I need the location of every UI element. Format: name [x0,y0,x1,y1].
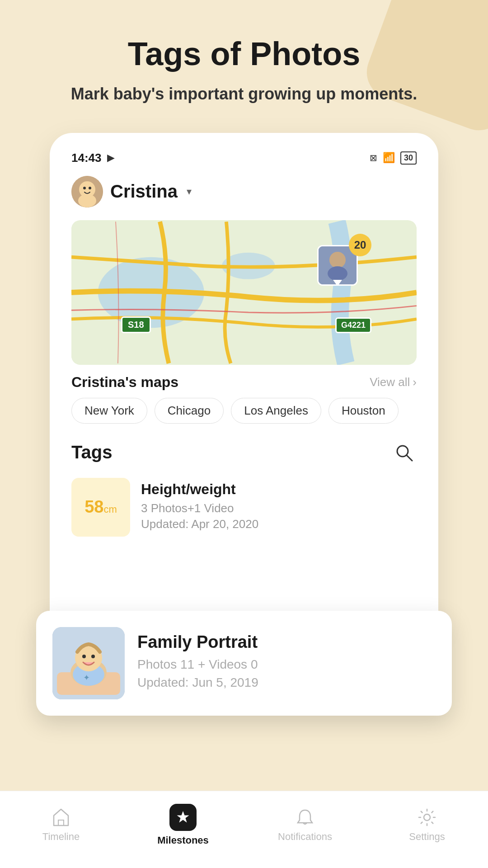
location-tag-chicago[interactable]: Chicago [155,398,224,424]
search-button[interactable] [391,440,417,465]
nav-label-settings: Settings [409,831,445,843]
nav-item-milestones[interactable]: Milestones [147,804,219,846]
family-portrait-meta1: Photos 11 + Videos 0 [137,657,258,672]
milestones-active-bg [169,804,197,831]
tags-header: Tags [71,440,417,465]
wifi-icon: 📶 [383,152,395,164]
tag-meta1-height-weight: 3 Photos+1 Video [141,501,258,515]
svg-point-3 [89,187,91,189]
profile-header[interactable]: Cristina ▾ [68,176,420,208]
svg-text:✦: ✦ [83,673,90,682]
family-portrait-meta2: Updated: Jun 5, 2019 [137,675,258,690]
tag-thumb-height-weight: 58cm [71,478,130,537]
svg-point-10 [328,266,347,281]
nav-label-milestones: Milestones [157,835,209,846]
svg-rect-31 [58,820,64,826]
nav-item-notifications[interactable]: Notifications [269,807,341,843]
svg-point-20 [91,655,95,658]
maps-section-title: Cristina's maps [71,374,178,391]
family-portrait-thumb: ✦ [52,627,125,699]
family-portrait-info: Family Portrait Photos 11 + Videos 0 Upd… [137,632,258,693]
svg-point-9 [329,252,346,268]
tag-info-height-weight: Height/weight 3 Photos+1 Video Updated: … [141,481,258,533]
status-bar: 14:43 ▶ ⊠ 📶 30 [68,151,420,165]
svg-point-19 [82,655,86,658]
nav-label-timeline: Timeline [42,831,80,843]
location-tags: New York Chicago Los Angeles Houston [71,398,417,424]
avatar [71,176,103,208]
phone-mockup: 14:43 ▶ ⊠ 📶 30 [50,133,438,638]
nav-label-notifications: Notifications [278,831,332,843]
map-section: 20 S18 G4221 Cristina's m [68,220,420,424]
svg-point-4 [78,194,96,208]
play-icon: ▶ [107,152,115,164]
svg-point-32 [424,814,430,821]
dropdown-arrow-icon[interactable]: ▾ [187,186,192,198]
location-tag-houston[interactable]: Houston [328,398,399,424]
view-all-link[interactable]: View all › [370,375,417,389]
profile-name: Cristina [110,181,178,202]
status-time: 14:43 [71,151,102,165]
svg-line-12 [407,455,412,461]
location-tag-new-york[interactable]: New York [71,398,147,424]
tag-item-height-weight[interactable]: 58cm Height/weight 3 Photos+1 Video Upda… [71,478,417,537]
tags-title: Tags [71,442,112,462]
tag-title-height-weight: Height/weight [141,481,258,498]
battery-icon: 30 [400,151,417,165]
chevron-right-icon: › [413,375,417,389]
page-title: Tags of Photos [128,36,361,72]
svg-point-2 [83,187,86,189]
status-icons: ⊠ 📶 30 [370,151,417,165]
maps-section-header: Cristina's maps View all › [71,374,417,391]
sim-icon: ⊠ [370,152,377,163]
road-sign-g4221: G4221 [335,317,371,333]
map-container[interactable]: 20 S18 G4221 [71,220,417,365]
page-subtitle: Mark baby's important growing up moments… [71,83,418,105]
nav-item-timeline[interactable]: Timeline [25,807,97,843]
bottom-navigation: Timeline Milestones Notifications Settin… [0,791,488,868]
family-portrait-card[interactable]: ✦ Family Portrait Photos 11 + Vide [36,611,452,716]
road-sign-s18: S18 [121,316,151,333]
tags-section: Tags 58cm [68,440,420,537]
family-portrait-title: Family Portrait [137,632,258,652]
map-badge-count: 20 [349,234,371,256]
tag-thumb-main-text: 58 [84,497,103,516]
tag-thumb-sub-text: cm [103,504,117,515]
location-tag-los-angeles[interactable]: Los Angeles [231,398,321,424]
tag-meta2-height-weight: Updated: Apr 20, 2020 [141,517,258,531]
nav-item-settings[interactable]: Settings [391,807,463,843]
